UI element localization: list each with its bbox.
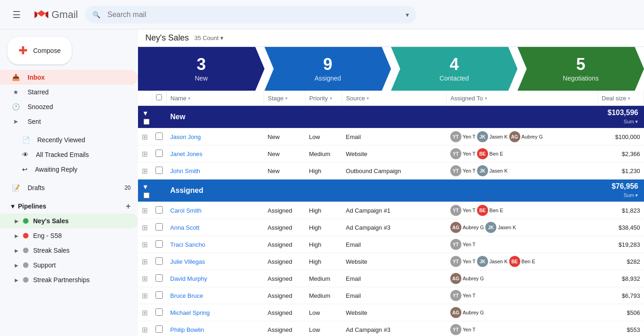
stage-assigned[interactable]: 9 Assigned <box>264 47 391 91</box>
stage-new-number: 3 <box>196 56 206 73</box>
row-checkbox[interactable] <box>155 325 163 333</box>
row-icon-cell[interactable]: ⊞ <box>138 236 152 253</box>
row-expand-icon[interactable]: ⊞ <box>142 133 148 141</box>
row-icon-cell[interactable]: ⊞ <box>138 304 152 321</box>
row-expand-icon[interactable]: ⊞ <box>142 167 148 175</box>
row-checkbox[interactable] <box>155 206 163 214</box>
search-dropdown-icon[interactable]: ▾ <box>406 11 409 18</box>
priority-filter-icon[interactable]: ▾ <box>330 96 332 101</box>
row-deal: $2,366 <box>598 145 644 162</box>
row-icon-cell[interactable]: ⊞ <box>138 321 152 336</box>
row-checkbox[interactable] <box>155 291 163 299</box>
gmail-logo[interactable]: Gmail <box>33 6 78 23</box>
stage-contacted[interactable]: 4 Contacted <box>391 47 518 91</box>
row-icon-cell[interactable]: ⊞ <box>138 287 152 304</box>
pipeline-item-streak-sales[interactable]: ▶ Streak Sales <box>0 243 138 258</box>
row-deal: $100,000 <box>598 128 644 145</box>
row-icon-cell[interactable]: ⊞ <box>138 128 152 145</box>
menu-button[interactable]: ☰ <box>7 6 26 24</box>
row-checkbox[interactable] <box>155 133 163 140</box>
sidebar-item-starred[interactable]: ★ Starred <box>0 85 138 99</box>
row-checkbox[interactable] <box>155 150 163 157</box>
row-checkbox[interactable] <box>155 223 163 231</box>
row-checkbox[interactable] <box>155 257 163 265</box>
sidebar-item-snoozed[interactable]: 🕐 Snoozed <box>0 99 138 114</box>
select-all-checkbox[interactable] <box>156 94 162 100</box>
support-label: Support <box>33 261 56 269</box>
sidebar-item-inbox[interactable]: 📥 Inbox <box>0 70 138 85</box>
sidebar-item-drafts[interactable]: 📝 Drafts 20 <box>0 180 138 195</box>
avatar-name: Jasen K <box>489 134 508 139</box>
row-check-cell[interactable] <box>152 128 167 145</box>
row-source: Email <box>342 270 447 287</box>
row-checkbox[interactable] <box>155 274 163 282</box>
row-check-cell[interactable] <box>152 202 167 219</box>
pipeline-item-support[interactable]: ▶ Support <box>0 258 138 272</box>
row-icon-cell[interactable]: ⊞ <box>138 253 152 270</box>
col-header-source[interactable]: Source▾ <box>342 91 447 106</box>
sidebar-item-all-tracked-emails[interactable]: 👁 All Tracked Emails <box>0 147 138 162</box>
sidebar-item-recently-viewed[interactable]: 📄 Recently Viewed <box>0 133 138 147</box>
group-expand-cell[interactable]: ▾ <box>138 180 167 202</box>
row-icon-cell[interactable]: ⊞ <box>138 219 152 236</box>
col-header-assigned[interactable]: Assigned To▾ <box>447 91 598 106</box>
row-check-cell[interactable] <box>152 236 167 253</box>
row-expand-icon[interactable]: ⊞ <box>142 292 148 300</box>
source-filter-icon[interactable]: ▾ <box>367 96 369 101</box>
name-filter-icon[interactable]: ▾ <box>188 96 190 101</box>
avatar-name: Jasen K <box>498 225 516 230</box>
pipeline-item-neys-sales[interactable]: ▶ Ney's Sales <box>0 214 138 228</box>
stage-filter-icon[interactable]: ▾ <box>285 96 288 101</box>
row-check-cell[interactable] <box>152 162 167 180</box>
col-header-priority[interactable]: Priority▾ <box>305 91 342 106</box>
row-assigned: YTYen T <box>447 236 598 253</box>
row-checkbox[interactable] <box>155 308 163 316</box>
row-icon-cell[interactable]: ⊞ <box>138 202 152 219</box>
col-header-deal[interactable]: Deal size▾ <box>598 91 644 106</box>
row-checkbox[interactable] <box>155 240 163 248</box>
avatar-name: Ben E <box>489 208 503 213</box>
count-badge[interactable]: 35 Count ▾ <box>194 35 224 41</box>
row-expand-icon[interactable]: ⊞ <box>142 326 148 334</box>
group-checkbox[interactable] <box>144 119 150 125</box>
search-input[interactable] <box>85 6 416 23</box>
stage-negotiations[interactable]: 5 Negotiations <box>518 47 644 91</box>
row-name: Jason Jong <box>167 128 264 145</box>
row-stage: New <box>264 162 305 180</box>
add-pipeline-icon[interactable]: + <box>126 202 131 211</box>
avatar-name: Aubrey G <box>463 310 484 315</box>
row-expand-icon[interactable]: ⊞ <box>142 258 148 266</box>
col-header-stage[interactable]: Stage▾ <box>264 91 305 106</box>
assigned-filter-icon[interactable]: ▾ <box>485 96 487 101</box>
pipelines-header[interactable]: ▾ Pipelines + <box>0 199 138 214</box>
row-expand-icon[interactable]: ⊞ <box>142 150 148 158</box>
row-expand-icon[interactable]: ⊞ <box>142 275 148 283</box>
row-expand-icon[interactable]: ⊞ <box>142 207 148 214</box>
stage-new[interactable]: 3 New <box>138 47 264 91</box>
row-checkbox[interactable] <box>155 167 163 174</box>
row-icon-cell[interactable]: ⊞ <box>138 270 152 287</box>
row-priority: Medium <box>305 145 342 162</box>
col-header-name[interactable]: Name▾ <box>167 91 264 106</box>
row-expand-icon[interactable]: ⊞ <box>142 309 148 317</box>
row-check-cell[interactable] <box>152 321 167 336</box>
compose-button[interactable]: ✚ Compose <box>7 37 72 64</box>
row-check-cell[interactable] <box>152 253 167 270</box>
row-icon-cell[interactable]: ⊞ <box>138 162 152 180</box>
group-expand-cell[interactable]: ▾ <box>138 106 167 128</box>
row-name: Anna Scott <box>167 219 264 236</box>
row-check-cell[interactable] <box>152 287 167 304</box>
row-check-cell[interactable] <box>152 219 167 236</box>
row-expand-icon[interactable]: ⊞ <box>142 224 148 232</box>
row-check-cell[interactable] <box>152 304 167 321</box>
row-icon-cell[interactable]: ⊞ <box>138 145 152 162</box>
row-expand-icon[interactable]: ⊞ <box>142 241 148 249</box>
sidebar-item-awaiting-reply[interactable]: ↩ Awaiting Reply <box>0 162 138 177</box>
deal-filter-icon[interactable]: ▾ <box>628 96 630 101</box>
row-check-cell[interactable] <box>152 145 167 162</box>
row-check-cell[interactable] <box>152 270 167 287</box>
pipeline-item-eng-s58[interactable]: ▶ Eng - S58 <box>0 228 138 243</box>
pipeline-item-streak-partnerships[interactable]: ▶ Streak Partnerships <box>0 272 138 287</box>
group-checkbox[interactable] <box>144 192 150 198</box>
sidebar-item-sent[interactable]: ➤ Sent <box>0 114 138 129</box>
